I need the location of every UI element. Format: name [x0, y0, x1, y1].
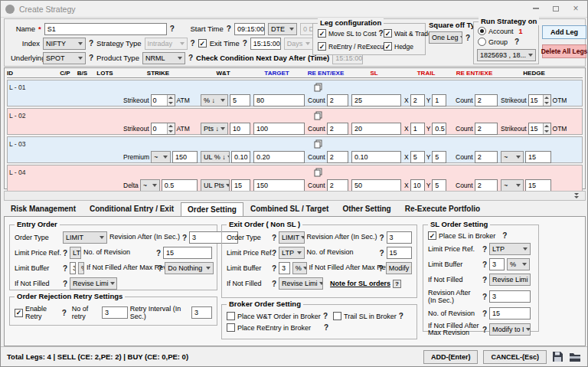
collapse-strip[interactable]	[4, 191, 586, 201]
place-sl-broker-checkbox[interactable]	[428, 231, 436, 240]
exit-limit-price-ref-dropdown[interactable]: LTP	[279, 247, 304, 259]
reexec-count-input[interactable]: 2	[327, 151, 348, 163]
account-radio[interactable]	[478, 27, 486, 35]
help-icon[interactable]: ?	[272, 280, 276, 288]
underlying-dropdown[interactable]: SPOT	[43, 52, 86, 64]
place-wt-order-checkbox[interactable]	[227, 312, 235, 320]
help-icon[interactable]: ?	[158, 264, 162, 273]
sl-revision-after-input[interactable]: 3	[489, 290, 531, 303]
help-icon[interactable]: ?	[379, 29, 384, 38]
strike-param-operator[interactable]: ~	[151, 151, 171, 163]
wt-value-input[interactable]: 5	[230, 94, 250, 106]
help-icon[interactable]: ?	[63, 280, 67, 288]
help-icon[interactable]: ?	[243, 39, 247, 48]
sl-if-not-filled-after-dropdown[interactable]: Modify to I	[489, 323, 531, 336]
trail-y-input[interactable]: 1	[432, 94, 446, 106]
entry-buffer-unit-dropdown[interactable]: %	[78, 262, 84, 274]
reentry-count-input[interactable]: 2	[475, 94, 498, 106]
help-icon[interactable]: ?	[227, 25, 231, 33]
wt-value-input[interactable]: 15	[231, 179, 250, 192]
sl-limit-price-ref-dropdown[interactable]: LTP	[489, 243, 531, 255]
reentry-count-input[interactable]: 2	[475, 179, 498, 192]
reexec-count-input[interactable]: 2	[327, 123, 348, 135]
copy-leg-icon[interactable]	[32, 110, 588, 121]
trail-x-input[interactable]: 2	[410, 94, 425, 106]
target-value-input[interactable]: 0.20	[253, 151, 305, 163]
wt-mode-dropdown[interactable]: % ↓	[201, 94, 228, 106]
entry-limit-buffer-input[interactable]: 3	[70, 262, 76, 274]
start-time-input[interactable]: 09:15:00	[234, 23, 265, 35]
exit-limit-buffer-input[interactable]: 3	[279, 262, 290, 274]
help-icon[interactable]: ?	[393, 280, 401, 288]
exit-buffer-unit-dropdown[interactable]: %	[292, 262, 307, 274]
exit-if-not-filled-dropdown[interactable]: Revise Limi	[279, 277, 323, 290]
copy-leg-icon[interactable]	[32, 82, 588, 93]
help-icon[interactable]: ?	[63, 264, 67, 273]
reexec-count-input[interactable]: 2	[327, 179, 348, 192]
sl-buffer-unit-dropdown[interactable]: %	[507, 258, 530, 270]
sl-if-not-filled-dropdown[interactable]: Revise Limi	[489, 274, 531, 286]
wt-mode-dropdown[interactable]: UL % ↓	[201, 151, 230, 163]
hedge-param-operator[interactable]: ~	[501, 151, 524, 163]
tab-conditional-entry-exit[interactable]: Conditional Entry / Exit	[83, 202, 181, 216]
no-of-retry-input[interactable]: 3	[102, 306, 128, 319]
target-value-input[interactable]: 100	[253, 123, 305, 135]
hedge-param-input[interactable]: 15	[525, 151, 551, 163]
maximize-icon[interactable]	[550, 4, 561, 13]
tab-other-setting[interactable]: Other Setting	[335, 202, 397, 216]
help-icon[interactable]: ?	[482, 293, 487, 301]
strike-param-operator[interactable]: ~	[140, 179, 160, 192]
help-icon[interactable]: ?	[272, 234, 276, 242]
hedge-checkbox[interactable]	[384, 42, 392, 51]
help-icon[interactable]: ?	[482, 245, 487, 254]
move-sl-to-cost-checkbox[interactable]	[318, 29, 326, 38]
reentry-count-input[interactable]: 2	[475, 123, 498, 135]
help-icon[interactable]: ?	[482, 261, 487, 269]
hedge-param-stepper[interactable]: 15	[528, 123, 551, 135]
exit-no-of-revision-input[interactable]: 15	[387, 247, 412, 259]
exit-revision-after-input[interactable]: 3	[387, 231, 412, 244]
square-off-type-dropdown[interactable]: One Leg	[429, 31, 462, 44]
help-icon[interactable]: ?	[188, 54, 193, 62]
help-icon[interactable]: ?	[482, 326, 487, 334]
help-icon[interactable]: ?	[62, 309, 67, 317]
reentry-count-input[interactable]: 2	[475, 151, 498, 163]
sl-limit-buffer-input[interactable]: 3	[489, 258, 505, 270]
double-chevron-down-icon[interactable]	[574, 193, 579, 198]
close-icon[interactable]: ×	[570, 4, 581, 13]
help-icon[interactable]: ?	[170, 25, 175, 33]
place-reentry-broker-checkbox[interactable]	[227, 323, 235, 332]
target-value-input[interactable]: 80	[253, 94, 305, 106]
help-icon[interactable]: ?	[466, 34, 470, 42]
help-icon[interactable]: ?	[482, 276, 487, 284]
exit-time-checkbox[interactable]	[198, 39, 207, 48]
entry-order-type-dropdown[interactable]: LIMIT	[63, 231, 107, 244]
help-icon[interactable]: ?	[482, 310, 487, 318]
help-icon[interactable]: ?	[379, 264, 384, 273]
sl-value-input[interactable]: 20	[351, 123, 401, 135]
account-select-dropdown[interactable]: 1825693 , 18...	[477, 49, 536, 61]
note-for-sl-orders-link[interactable]: Note for SL orders	[330, 280, 390, 287]
trail-y-input[interactable]: 5	[432, 179, 446, 192]
trail-x-input[interactable]: 5	[410, 151, 425, 163]
copy-leg-icon[interactable]	[32, 139, 588, 149]
reentry-reexecute-checkbox[interactable]	[318, 42, 326, 51]
hedge-param-input[interactable]: 15	[525, 179, 551, 192]
entry-no-of-revision-input[interactable]: 15	[163, 247, 212, 259]
wt-mode-dropdown[interactable]: UL Pts	[201, 179, 230, 192]
dte-dropdown[interactable]: DTE	[268, 23, 297, 35]
wait-trade-checkbox[interactable]	[384, 29, 392, 38]
cancel-button[interactable]: CANCEL-(Esc)	[483, 350, 547, 364]
strike-param-input[interactable]: 150	[172, 151, 198, 163]
tab-combined-sl-target[interactable]: Combined SL / Target	[243, 202, 335, 216]
portfolio-icon[interactable]	[569, 352, 581, 362]
trail-y-input[interactable]: 0.5	[432, 123, 446, 135]
wt-value-input[interactable]: 0.10	[231, 151, 250, 163]
help-icon[interactable]: ?	[272, 264, 276, 273]
trail-x-input[interactable]: 10	[410, 179, 425, 192]
help-icon[interactable]: ?	[323, 312, 328, 320]
exit-if-not-filled-after-dropdown[interactable]: Modify to I	[386, 262, 412, 274]
help-icon[interactable]: ?	[502, 231, 507, 240]
add-button[interactable]: ADD-(Enter)	[423, 350, 479, 364]
index-dropdown[interactable]: NIFTY	[43, 38, 86, 50]
